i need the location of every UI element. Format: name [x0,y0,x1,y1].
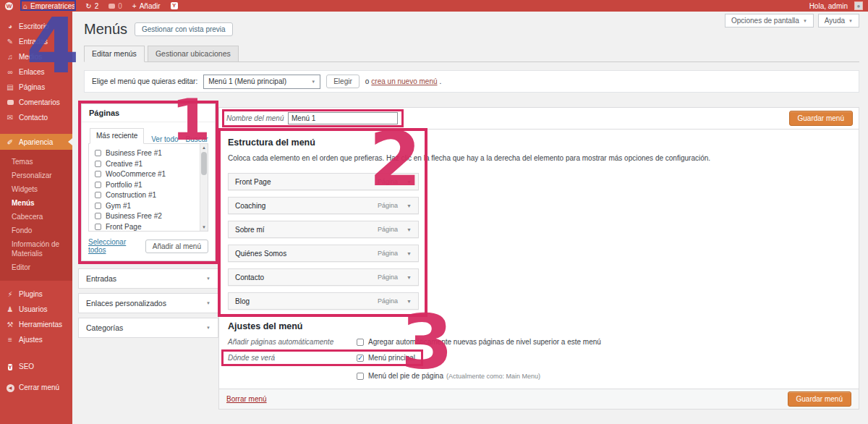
sidebar-item-medios[interactable]: ♫ Medios [0,49,72,64]
tab-edit-menus[interactable]: Editar menús [84,46,145,62]
yoast-seo-menu[interactable]: Y [166,0,183,12]
page-checkbox[interactable] [95,203,101,209]
annotation-rect-menu-name: Nombre del menú [222,109,404,127]
manage-with-preview-button[interactable]: Gestionar con vista previa [135,22,233,36]
page-checkbox[interactable] [95,171,101,177]
scrollbar-thumb[interactable] [201,152,207,175]
sidebar-item-apariencia[interactable]: ✐ Apariencia [0,134,72,150]
wordpress-menu[interactable]: W [0,0,18,12]
page-label: Business Free #1 [106,149,162,157]
submenu-cabecera[interactable]: Cabecera [0,210,72,224]
menu-item-quienes-somos[interactable]: Quiénes Somos Página ▼ [228,245,419,262]
sidebar-item-ajustes[interactable]: ≡ Ajustes [0,332,72,347]
submenu-menus[interactable]: Menús [0,196,72,210]
auto-add-checkbox[interactable] [357,339,364,346]
select-all-link[interactable]: Seleccionar todos [88,238,145,254]
appearance-brush-icon: ✐ [6,138,14,146]
page-checkbox-row: Front Page [95,223,196,231]
page-checkbox[interactable] [95,224,101,230]
home-icon: ⌂ [23,2,27,10]
menu-item-contacto[interactable]: Contacto Página ▼ [228,268,419,286]
sidebar-item-escritorio[interactable]: ◕ Escritorio [0,19,72,34]
submenu-editor[interactable]: Editor [0,260,72,274]
sidebar-item-contacto[interactable]: ✉ Contacto [0,110,72,125]
chevron-down-icon: ▼ [803,19,807,23]
add-new-label: Añadir [140,2,161,10]
sidebar-item-seo[interactable]: Y SEO [0,359,72,374]
chevron-down-icon[interactable]: ▼ [407,299,412,304]
menu-item-sobre-mi[interactable]: Sobre mí Página ▼ [228,221,419,238]
plugins-icon: ⚡ [6,290,14,298]
chevron-down-icon: ▼ [848,19,853,23]
footer-menu-checkbox[interactable] [357,373,364,380]
chevron-down-icon[interactable]: ▼ [407,275,412,280]
page-checkbox[interactable] [95,150,101,156]
sidebar-item-herramientas[interactable]: ⚒ Herramientas [0,317,72,332]
accordion-categorias[interactable]: Categorías ▼ [78,318,218,338]
nav-tabs: Editar menús Gestionar ubicaciones [84,46,859,62]
menu-item-label: Contacto [235,274,264,281]
tab-search[interactable]: Buscar [186,135,208,143]
chevron-down-icon[interactable]: ▼ [407,203,412,208]
settings-title: Ajustes del menú [228,321,850,331]
sidebar-item-comentarios[interactable]: Comentarios [0,95,72,110]
plus-icon: + [132,2,137,10]
save-menu-button-bottom[interactable]: Guardar menú [788,391,851,407]
sidebar-item-paginas[interactable]: ▤ Páginas [0,80,72,95]
add-new-menu[interactable]: + Añadir [127,0,166,12]
account-menu[interactable]: Hola, admin ● [804,0,868,12]
add-to-menu-button[interactable]: Añadir al menú [145,239,208,253]
submenu-info-materialis[interactable]: Información de Materialis [0,237,72,260]
sidebar-item-label: Contacto [19,114,48,122]
menu-item-front-page[interactable]: Front Page Página ▼ [228,173,419,190]
comments-link[interactable]: 0 [103,0,127,12]
sidebar-item-plugins[interactable]: ⚡ Plugins [0,287,72,302]
menu-item-blog[interactable]: Blog Página ▼ [228,292,419,310]
page-checkbox[interactable] [95,161,101,167]
accordion-entradas[interactable]: Entradas ▼ [78,268,218,289]
pages-scrollbar[interactable]: ▲ ▼ [200,144,208,231]
delete-menu-link[interactable]: Borrar menú [226,395,267,403]
pages-box-title: Páginas [82,104,215,122]
menu-select[interactable]: Menú 1 (Menú principal) ▼ [203,75,320,89]
menu-items-list: Front Page Página ▼ Coaching Página ▼ So… [228,173,419,310]
chevron-down-icon[interactable]: ▼ [407,227,412,232]
appearance-submenu: Temas Personalizar Widgets Menús Cabecer… [0,150,72,281]
submenu-fondo[interactable]: Fondo [0,224,72,237]
submenu-widgets[interactable]: Widgets [0,182,72,196]
menu-item-coaching[interactable]: Coaching Página ▼ [228,197,419,214]
wordpress-logo-icon: W [5,2,13,10]
accordion-label: Enlaces personalizados [86,299,166,308]
menu-item-type: Página [378,226,398,233]
submenu-personalizar[interactable]: Personalizar [0,169,72,182]
sidebar-item-enlaces[interactable]: ∞ Enlaces [0,64,72,80]
page-checkbox[interactable] [95,192,101,198]
comments-icon [6,98,14,106]
tab-most-recent[interactable]: Más reciente [90,128,144,144]
tab-view-all[interactable]: Ver todo [151,135,178,143]
help-button[interactable]: Ayuda ▼ [818,14,859,27]
save-menu-button-top[interactable]: Guardar menú [789,111,853,126]
scroll-down-icon[interactable]: ▼ [200,224,208,231]
screen-options-button[interactable]: Opciones de pantalla ▼ [725,14,814,27]
page-label: Gym #1 [106,202,131,210]
chevron-down-icon[interactable]: ▼ [407,179,412,185]
create-new-menu-link[interactable]: crea un nuevo menú [371,77,437,85]
submenu-temas[interactable]: Temas [0,155,72,169]
page-checkbox[interactable] [95,213,101,219]
choose-menu-button[interactable]: Elegir [326,75,359,88]
primary-menu-checkbox[interactable] [357,355,364,362]
tab-manage-locations[interactable]: Gestionar ubicaciones [148,46,239,62]
chevron-down-icon[interactable]: ▼ [407,251,412,256]
help-label: Ayuda [825,17,845,25]
sidebar-collapse-menu[interactable]: ◀ Cerrar menú [0,380,72,395]
sidebar-item-entradas[interactable]: ✎ Entradas [0,34,72,49]
page-checkbox[interactable] [95,182,101,188]
site-name-link[interactable]: ⌂ Empreratrices [18,0,80,12]
menu-name-input[interactable] [288,112,398,124]
updates-link[interactable]: ↻ 2 [80,0,103,12]
settings-sliders-icon: ≡ [6,336,14,344]
sidebar-item-usuarios[interactable]: ♟ Usuarios [0,302,72,317]
scroll-up-icon[interactable]: ▲ [200,144,208,151]
accordion-enlaces-personalizados[interactable]: Enlaces personalizados ▼ [78,293,218,313]
